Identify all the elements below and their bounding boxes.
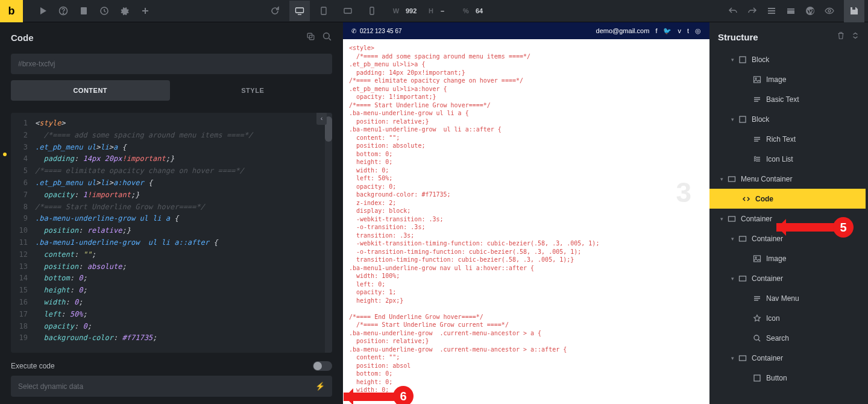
- image-icon: [753, 75, 761, 84]
- tree-item-container[interactable]: ▾Container: [709, 268, 866, 288]
- redo-icon[interactable]: [747, 6, 757, 16]
- square-icon: [738, 55, 747, 64]
- element-id-input[interactable]: #brxe-txcfvj: [11, 54, 332, 74]
- device-tablet-portrait-button[interactable]: [313, 1, 334, 21]
- rect-icon: [738, 354, 747, 362]
- svg-point-1: [63, 13, 63, 13]
- svg-rect-5: [321, 7, 326, 14]
- facebook-icon[interactable]: f: [655, 27, 657, 34]
- height-value[interactable]: –: [441, 7, 456, 14]
- preview-slide-number: 3: [676, 176, 691, 209]
- tab-content[interactable]: CONTENT: [11, 80, 170, 101]
- zoom-value[interactable]: 64: [476, 7, 491, 14]
- preview-header-bar: ✆ 0212 123 45 67 demo@gmail.com f 🐦 v t …: [343, 22, 709, 39]
- save-button[interactable]: [844, 0, 864, 22]
- wordpress-icon[interactable]: [805, 6, 815, 16]
- tree-item-image[interactable]: Image: [709, 248, 866, 268]
- tab-style[interactable]: STYLE: [174, 80, 333, 101]
- twitter-icon[interactable]: 🐦: [663, 27, 671, 35]
- execute-code-toggle[interactable]: [313, 361, 332, 371]
- device-tablet-landscape-button[interactable]: [338, 1, 358, 21]
- revisions-icon[interactable]: [99, 6, 109, 16]
- svg-rect-21: [729, 216, 735, 221]
- preview-email: demo@gmail.com: [596, 27, 650, 34]
- annotation-badge-6: 6: [393, 386, 414, 404]
- svg-rect-9: [768, 10, 775, 11]
- svg-rect-27: [740, 356, 746, 361]
- settings-icon[interactable]: [120, 6, 130, 16]
- play-icon[interactable]: [38, 6, 48, 16]
- device-desktop-button[interactable]: [289, 1, 310, 21]
- execute-code-label: Execute code: [11, 362, 55, 370]
- width-label: W: [391, 7, 401, 14]
- svg-rect-20: [729, 177, 735, 181]
- device-mobile-button[interactable]: [362, 1, 382, 21]
- tree-item-block[interactable]: ▾Block: [709, 109, 866, 129]
- svg-point-12: [828, 10, 831, 12]
- app-logo[interactable]: b: [0, 0, 23, 22]
- width-value[interactable]: 992: [406, 7, 421, 14]
- tree-item-icon-list[interactable]: Icon List: [709, 149, 866, 169]
- dynamic-data-select[interactable]: Select dynamic data ⚡: [11, 376, 332, 397]
- tree-item-block[interactable]: ▾Block: [709, 49, 866, 69]
- tree-item-search[interactable]: Search: [709, 328, 866, 348]
- svg-point-24: [755, 257, 756, 258]
- lines-icon: [753, 294, 761, 303]
- square-icon: [753, 374, 761, 382]
- toolbar-right-group: [728, 0, 868, 22]
- code-icon: [742, 195, 750, 203]
- search-icon[interactable]: [322, 31, 332, 44]
- expand-icon[interactable]: [851, 31, 860, 42]
- tree-item-code[interactable]: Code: [709, 189, 866, 209]
- svg-rect-28: [754, 375, 760, 381]
- svg-rect-16: [740, 57, 746, 63]
- preview-code-output: <style> /*==== add some spacing around m…: [343, 39, 709, 404]
- delete-icon[interactable]: [837, 31, 845, 42]
- rect-icon: [728, 215, 736, 223]
- search-icon: [753, 334, 761, 342]
- refresh-icon[interactable]: [270, 6, 280, 16]
- code-gutter: 12345678910111213141516171819: [11, 113, 31, 353]
- tree-item-icon[interactable]: Icon: [709, 308, 866, 328]
- svg-rect-23: [754, 256, 761, 262]
- undo-icon[interactable]: [728, 6, 738, 16]
- lines-icon: [753, 135, 761, 144]
- svg-rect-6: [344, 8, 351, 13]
- tree-item-rich-text[interactable]: Rich Text: [709, 129, 866, 149]
- rect-icon: [738, 274, 747, 283]
- templates-icon[interactable]: [786, 6, 796, 16]
- tree-item-nav-menu[interactable]: Nav Menu: [709, 288, 866, 308]
- tree-item-button[interactable]: Button: [709, 368, 866, 388]
- height-label: H: [426, 7, 436, 14]
- structure-icon[interactable]: [767, 6, 776, 16]
- toolbar-center-group: W 992 H – % 64: [289, 1, 496, 21]
- preview-phone: 0212 123 45 67: [360, 28, 402, 34]
- add-icon[interactable]: [140, 6, 150, 16]
- zoom-label: %: [461, 7, 471, 14]
- list-icon: [753, 155, 761, 163]
- help-icon[interactable]: [58, 6, 68, 16]
- rect-icon: [738, 235, 747, 243]
- tumblr-icon[interactable]: t: [687, 27, 689, 34]
- image-icon: [753, 254, 761, 263]
- tree-item-basic-text[interactable]: Basic Text: [709, 89, 866, 109]
- svg-point-18: [755, 78, 756, 79]
- preview-icon[interactable]: [825, 6, 834, 16]
- pages-icon[interactable]: [79, 6, 89, 16]
- svg-rect-8: [768, 8, 775, 9]
- code-scrollbar[interactable]: [325, 113, 332, 353]
- svg-rect-17: [754, 77, 761, 83]
- tree-item-menu-container[interactable]: ▾Menu Container: [709, 169, 866, 189]
- preview-canvas[interactable]: ✆ 0212 123 45 67 demo@gmail.com f 🐦 v t …: [343, 22, 709, 404]
- tree-item-container[interactable]: ▾Container: [709, 348, 866, 368]
- svg-point-15: [324, 33, 330, 39]
- svg-rect-2: [81, 7, 87, 14]
- collapse-panel-button[interactable]: ‹: [316, 113, 327, 125]
- vimeo-icon[interactable]: v: [678, 27, 681, 34]
- panel-title: Code: [11, 33, 34, 43]
- copy-icon[interactable]: [306, 31, 316, 44]
- tree-item-image[interactable]: Image: [709, 69, 866, 89]
- instagram-icon[interactable]: ◎: [695, 27, 701, 35]
- code-body[interactable]: <style> /*==== add some spacing around m…: [31, 113, 325, 353]
- code-editor[interactable]: ‹ 12345678910111213141516171819 <style> …: [11, 113, 332, 353]
